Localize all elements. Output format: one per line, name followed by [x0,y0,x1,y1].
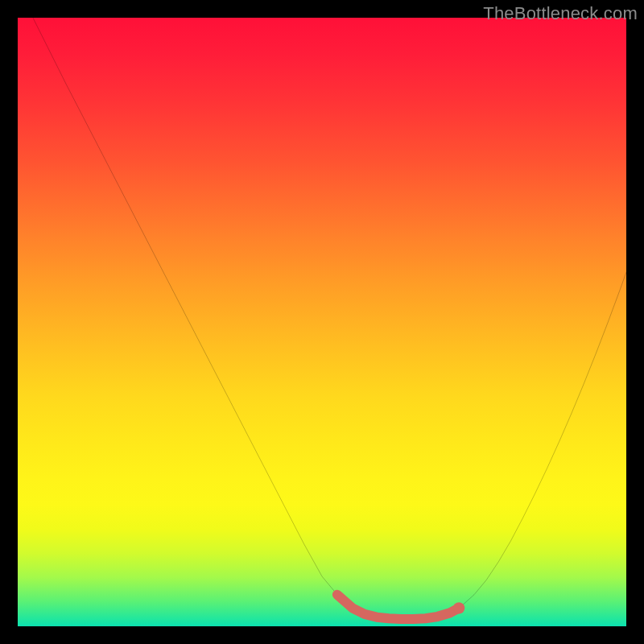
optimal-marker [18,18,626,626]
marker-line [337,595,459,619]
chart-stage: TheBottleneck.com [0,0,644,644]
plot-area [18,18,626,626]
watermark-text: TheBottleneck.com [483,3,638,24]
marker-end-dot [453,602,464,613]
